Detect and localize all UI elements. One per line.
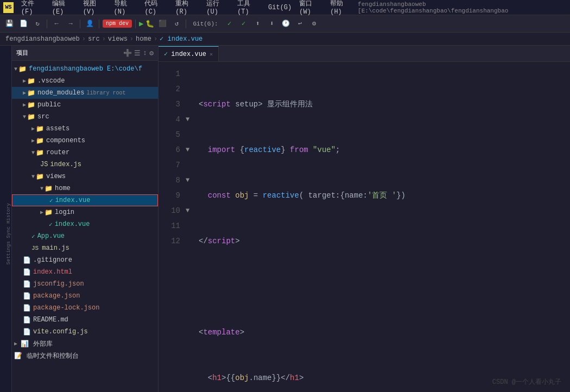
tree-readme[interactable]: 📄 README.md	[12, 314, 158, 326]
tree-node-modules[interactable]: ▶ 📁 node_modules library root	[12, 87, 158, 99]
breadcrumb: fengdianshangbaoweb › src › views › home…	[0, 33, 570, 46]
vscode-folder-icon: 📁	[27, 77, 35, 85]
toolbar-back[interactable]: ←	[50, 18, 62, 30]
code-line-5	[199, 279, 570, 294]
fold-4[interactable]: ▼	[186, 112, 194, 127]
editor-content: 1 2 3 4 5 6 7 8 9 10 11 12 ▼ ▼	[159, 62, 570, 392]
readme-icon: 📄	[23, 316, 31, 324]
breadcrumb-views[interactable]: views	[108, 35, 128, 43]
tab-close-icon[interactable]: ✕	[210, 51, 213, 58]
breadcrumb-file[interactable]: ✓ index.vue	[160, 35, 202, 43]
git-clock[interactable]: 🕐	[280, 18, 292, 30]
sidebar-sort-icon[interactable]: ↕	[143, 49, 147, 57]
toolbar: 💾 📄 ↻ ← → 👤 npm dev ▶ 🐛 ⬛ ↺ Git(G): ✓ ✓ …	[0, 15, 570, 33]
git-check1[interactable]: ✓	[224, 18, 236, 30]
login-index-name: index.vue	[55, 220, 90, 228]
router-index-icon: JS	[40, 161, 48, 168]
login-chevron: ▶	[40, 209, 43, 216]
tree-public[interactable]: ▶ 📁 public	[12, 99, 158, 111]
tree-package-lock[interactable]: 📄 package-lock.json	[12, 302, 158, 314]
menu-code[interactable]: 代码(C)	[141, 0, 171, 17]
tree-home-index[interactable]: ✓ index.vue	[12, 194, 158, 206]
tree-index-html[interactable]: 📄 index.html	[12, 266, 158, 278]
toolbar-refresh[interactable]: ↻	[31, 18, 43, 30]
sidebar-layout-icon[interactable]: ☰	[134, 49, 141, 58]
login-folder-icon: 📁	[45, 208, 53, 217]
tree-root[interactable]: ▼ 📁 fengdianshangbaoweb E:\code\f	[12, 63, 158, 75]
breadcrumb-home[interactable]: home	[136, 35, 151, 43]
home-chevron: ▼	[40, 186, 43, 192]
tree-components[interactable]: ▶ 📁 components	[12, 135, 158, 147]
menu-refactor[interactable]: 重构(R)	[172, 0, 202, 17]
fold-6[interactable]: ▼	[186, 142, 194, 157]
src-chevron: ▼	[23, 114, 26, 120]
tree-app-vue[interactable]: ✓ App.vue	[12, 230, 158, 242]
menu-navigate[interactable]: 导航(N)	[111, 0, 141, 17]
breadcrumb-src[interactable]: src	[88, 35, 100, 43]
git-undo[interactable]: ↩	[294, 18, 306, 30]
tree-package-json[interactable]: 📄 package.json	[12, 290, 158, 302]
file-tree: ▼ 📁 fengdianshangbaoweb E:\code\f ▶ 📁 .v…	[12, 61, 158, 392]
toolbar-sep-5	[186, 20, 186, 28]
tab-vue-icon: ✓	[164, 50, 168, 58]
tree-assets[interactable]: ▶ 📁 assets	[12, 123, 158, 135]
toolbar-forward[interactable]: →	[65, 18, 77, 30]
menu-git[interactable]: Git(G)	[265, 3, 295, 12]
menu-run[interactable]: 运行(U)	[203, 0, 233, 17]
tree-views[interactable]: ▼ 📁 views	[12, 170, 158, 182]
tree-vite-config[interactable]: 📄 vite.config.js	[12, 326, 158, 338]
tree-gitignore[interactable]: 📄 .gitignore	[12, 254, 158, 266]
menu-file[interactable]: 文件(F)	[18, 0, 48, 17]
sidebar-add-icon[interactable]: ➕	[123, 49, 132, 58]
code-line-3: const obj = reactive( target:{name:'首页 '…	[199, 188, 570, 203]
line-num-3: 3	[159, 97, 180, 112]
breadcrumb-root[interactable]: fengdianshangbaoweb	[5, 35, 80, 43]
watermark: CSDN @一个人看小丸子	[492, 377, 561, 387]
run-button[interactable]: ▶	[139, 19, 143, 28]
toolbar-new[interactable]: 📄	[17, 18, 29, 30]
git-badge: Git(G):	[189, 20, 221, 28]
git-settings[interactable]: ⚙	[308, 18, 320, 30]
sidebar-title: 项目	[16, 49, 121, 57]
tree-jsconfig[interactable]: 📄 jsconfig.json	[12, 278, 158, 290]
toolbar-restart[interactable]: ↺	[170, 18, 182, 30]
public-chevron: ▶	[23, 102, 26, 108]
debug-button[interactable]: 🐛	[145, 20, 154, 28]
menu-help[interactable]: 帮助(H)	[327, 0, 357, 17]
npm-dev-badge[interactable]: npm dev	[103, 20, 132, 28]
sidebar-gear-icon[interactable]: ⚙	[149, 49, 154, 58]
tree-home[interactable]: ▼ 📁 home	[12, 182, 158, 194]
ext-lib-name: 外部库	[33, 339, 53, 349]
toolbar-user[interactable]: 👤	[84, 18, 96, 30]
menu-tools[interactable]: 工具(T)	[234, 0, 264, 17]
login-index-vue-icon: ✓	[49, 221, 53, 228]
menu-view[interactable]: 视图(V)	[80, 0, 110, 17]
tree-temp-console[interactable]: 📝 临时文件和控制台	[12, 350, 158, 362]
tree-main-js[interactable]: JS main.js	[12, 242, 158, 254]
tree-router[interactable]: ▼ 📁 router	[12, 147, 158, 159]
fold-7	[186, 157, 194, 173]
tree-login[interactable]: ▶ 📁 login	[12, 206, 158, 218]
components-folder-icon: 📁	[36, 137, 44, 145]
toolbar-save[interactable]: 💾	[3, 18, 15, 30]
tree-external-libraries[interactable]: ▶ 📊 外部库	[12, 338, 158, 350]
menu-window[interactable]: 窗口(W)	[296, 0, 326, 17]
breadcrumb-sep-4: ›	[154, 35, 157, 43]
fold-10[interactable]: ▼	[186, 203, 194, 218]
node-modules-name: node_modules	[37, 89, 84, 97]
git-pull[interactable]: ⬇	[266, 18, 278, 30]
editor-tab-index-vue[interactable]: ✓ index.vue ✕	[159, 46, 219, 61]
settings-sync-label[interactable]: Settings Sync History	[6, 203, 11, 264]
git-check2[interactable]: ✓	[238, 18, 250, 30]
tree-router-index[interactable]: JS index.js	[12, 159, 158, 170]
menu-edit[interactable]: 编辑(E)	[49, 0, 79, 17]
git-push[interactable]: ⬆	[252, 18, 264, 30]
tree-vscode[interactable]: ▶ 📁 .vscode	[12, 75, 158, 87]
login-name: login	[55, 208, 74, 216]
tree-src[interactable]: ▼ 📁 src	[12, 111, 158, 123]
code-content[interactable]: <script setup> 显示组件用法 import {reactive} …	[194, 62, 570, 392]
fold-8[interactable]: ▼	[186, 173, 194, 188]
toolbar-stop[interactable]: ⬛	[156, 18, 168, 30]
fold-9	[186, 188, 194, 203]
tree-login-index[interactable]: ✓ index.vue	[12, 218, 158, 230]
